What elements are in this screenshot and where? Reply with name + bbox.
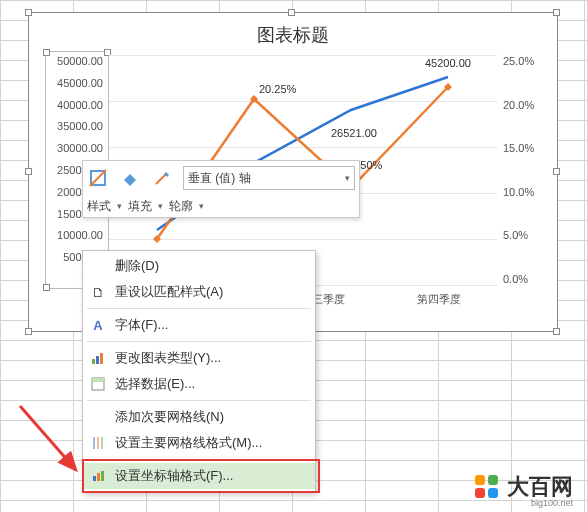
outline-label[interactable]: 轮廓 xyxy=(169,198,193,215)
fill-label[interactable]: 填充 xyxy=(128,198,152,215)
data-label: 20.25% xyxy=(259,83,296,95)
menu-format-axis[interactable]: 设置坐标轴格式(F)... xyxy=(83,463,315,489)
x-tick: 第四季度 xyxy=(417,292,461,307)
data-label: 26521.00 xyxy=(331,127,377,139)
data-label: 45200.00 xyxy=(425,57,471,69)
arrow-annotation xyxy=(14,400,94,490)
svg-line-1 xyxy=(90,170,106,186)
y-tick: 30000.00 xyxy=(49,142,103,154)
y-tick: 35000.00 xyxy=(49,120,103,132)
y-tick: 0.0% xyxy=(503,273,551,285)
menu-font[interactable]: A字体(F)... xyxy=(83,312,315,338)
svg-rect-14 xyxy=(475,475,485,485)
chart-type-icon xyxy=(89,349,107,367)
svg-line-13 xyxy=(20,406,76,470)
svg-rect-12 xyxy=(101,471,104,481)
style-icon[interactable] xyxy=(87,167,109,189)
svg-rect-15 xyxy=(488,475,498,485)
svg-rect-11 xyxy=(97,473,100,481)
chevron-down-icon: ▾ xyxy=(345,173,350,183)
menu-select-data[interactable]: 选择数据(E)... xyxy=(83,371,315,397)
y-axis-right[interactable]: 25.0% 20.0% 15.0% 10.0% 5.0% 0.0% xyxy=(503,55,551,285)
context-menu[interactable]: 删除(D) 🗋重设以匹配样式(A) A字体(F)... 更改图表类型(Y)...… xyxy=(82,250,316,492)
watermark-logo: 大百网big100.net xyxy=(473,472,573,502)
y-tick: 20.0% xyxy=(503,99,551,111)
svg-rect-4 xyxy=(100,353,103,364)
y-tick: 40000.00 xyxy=(49,99,103,111)
mini-toolbar[interactable]: 垂直 (值) 轴▾ 样式▾ 填充▾ 轮廓▾ xyxy=(82,160,360,218)
style-label[interactable]: 样式 xyxy=(87,198,111,215)
fill-icon[interactable] xyxy=(119,167,141,189)
y-tick: 5.0% xyxy=(503,229,551,241)
outline-icon[interactable] xyxy=(151,167,173,189)
y-tick: 50000.00 xyxy=(49,55,103,67)
select-data-icon xyxy=(89,375,107,393)
svg-rect-16 xyxy=(475,488,485,498)
menu-add-minor-gridlines[interactable]: 添加次要网格线(N) xyxy=(83,404,315,430)
axis-dropdown[interactable]: 垂直 (值) 轴▾ xyxy=(183,166,355,190)
svg-rect-17 xyxy=(488,488,498,498)
reset-icon: 🗋 xyxy=(89,283,107,301)
font-icon: A xyxy=(89,316,107,334)
y-tick: 10.0% xyxy=(503,186,551,198)
menu-change-chart-type[interactable]: 更改图表类型(Y)... xyxy=(83,345,315,371)
y-tick: 45000.00 xyxy=(49,77,103,89)
svg-rect-3 xyxy=(96,356,99,364)
y-tick: 25.0% xyxy=(503,55,551,67)
menu-major-gridlines-format[interactable]: 设置主要网格线格式(M)... xyxy=(83,430,315,456)
y-tick: 15.0% xyxy=(503,142,551,154)
svg-rect-2 xyxy=(92,359,95,364)
menu-reset-style[interactable]: 🗋重设以匹配样式(A) xyxy=(83,279,315,305)
menu-delete[interactable]: 删除(D) xyxy=(83,253,315,279)
y-tick: 10000.00 xyxy=(49,229,103,241)
svg-rect-6 xyxy=(92,378,104,382)
